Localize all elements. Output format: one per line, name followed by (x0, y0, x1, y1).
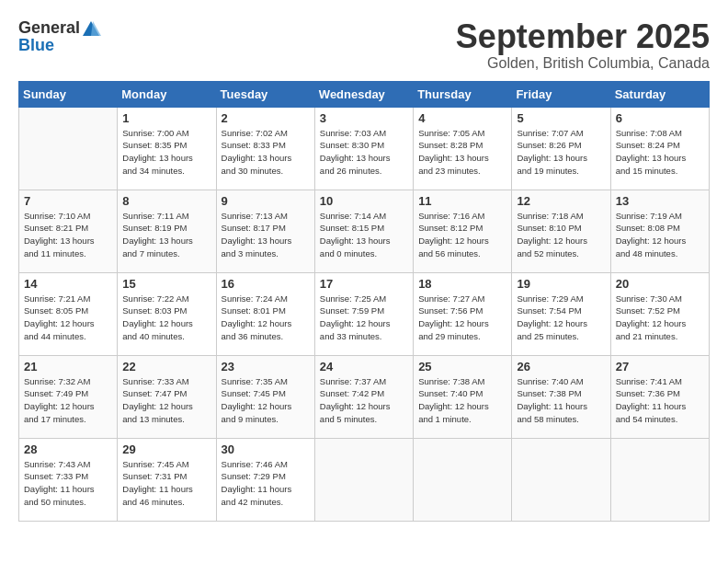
day-number: 17 (320, 277, 408, 291)
day-number: 3 (320, 111, 408, 125)
day-number: 2 (222, 111, 310, 125)
day-info: Sunrise: 7:38 AM Sunset: 7:40 PM Dayligh… (418, 375, 506, 426)
day-info: Sunrise: 7:21 AM Sunset: 8:05 PM Dayligh… (24, 293, 112, 343)
day-info: Sunrise: 7:37 AM Sunset: 7:42 PM Dayligh… (320, 375, 408, 426)
weekday-header-row: SundayMondayTuesdayWednesdayThursdayFrid… (19, 81, 710, 107)
day-number: 10 (320, 194, 408, 208)
calendar-cell: 23Sunrise: 7:35 AM Sunset: 7:45 PM Dayli… (216, 355, 314, 438)
day-info: Sunrise: 7:29 AM Sunset: 7:54 PM Dayligh… (517, 293, 605, 343)
month-title: September 2025 (456, 18, 710, 55)
day-number: 25 (418, 360, 506, 373)
calendar-cell: 13Sunrise: 7:19 AM Sunset: 8:08 PM Dayli… (610, 190, 709, 272)
calendar-cell: 27Sunrise: 7:41 AM Sunset: 7:36 PM Dayli… (610, 355, 709, 438)
day-number: 13 (616, 194, 704, 208)
day-info: Sunrise: 7:02 AM Sunset: 8:33 PM Dayligh… (222, 127, 310, 178)
calendar-cell: 14Sunrise: 7:21 AM Sunset: 8:05 PM Dayli… (19, 272, 118, 355)
logo: General Blue (18, 18, 102, 55)
calendar-cell: 12Sunrise: 7:18 AM Sunset: 8:10 PM Dayli… (512, 190, 610, 272)
title-area: September 2025 Golden, British Columbia,… (456, 18, 710, 72)
day-info: Sunrise: 7:40 AM Sunset: 7:38 PM Dayligh… (517, 375, 605, 426)
day-number: 19 (517, 277, 605, 291)
day-number: 7 (24, 194, 112, 208)
day-number: 15 (122, 277, 210, 291)
day-number: 28 (24, 442, 112, 456)
calendar-cell: 26Sunrise: 7:40 AM Sunset: 7:38 PM Dayli… (512, 355, 610, 438)
day-number: 18 (418, 277, 506, 291)
day-info: Sunrise: 7:46 AM Sunset: 7:29 PM Dayligh… (222, 458, 310, 509)
day-info: Sunrise: 7:05 AM Sunset: 8:28 PM Dayligh… (418, 127, 506, 178)
day-number: 24 (320, 360, 408, 373)
weekday-header-thursday: Thursday (414, 81, 512, 107)
day-info: Sunrise: 7:32 AM Sunset: 7:49 PM Dayligh… (24, 375, 112, 426)
day-info: Sunrise: 7:22 AM Sunset: 8:03 PM Dayligh… (122, 293, 210, 343)
day-number: 27 (616, 360, 704, 373)
calendar-cell: 5Sunrise: 7:07 AM Sunset: 8:26 PM Daylig… (512, 107, 610, 190)
calendar-cell: 29Sunrise: 7:45 AM Sunset: 7:31 PM Dayli… (118, 438, 216, 521)
calendar-cell: 21Sunrise: 7:32 AM Sunset: 7:49 PM Dayli… (19, 355, 118, 438)
calendar-cell (314, 438, 413, 521)
calendar-cell: 2Sunrise: 7:02 AM Sunset: 8:33 PM Daylig… (216, 107, 314, 190)
logo-general: General (18, 18, 80, 37)
calendar-cell: 6Sunrise: 7:08 AM Sunset: 8:24 PM Daylig… (610, 107, 709, 190)
calendar-cell: 8Sunrise: 7:11 AM Sunset: 8:19 PM Daylig… (118, 190, 216, 272)
location-title: Golden, British Columbia, Canada (456, 55, 710, 72)
calendar-cell: 22Sunrise: 7:33 AM Sunset: 7:47 PM Dayli… (118, 355, 216, 438)
calendar-cell: 4Sunrise: 7:05 AM Sunset: 8:28 PM Daylig… (414, 107, 512, 190)
day-number: 29 (122, 442, 210, 456)
day-info: Sunrise: 7:18 AM Sunset: 8:10 PM Dayligh… (517, 210, 605, 260)
day-number: 26 (517, 360, 605, 373)
day-info: Sunrise: 7:11 AM Sunset: 8:19 PM Dayligh… (122, 210, 210, 260)
day-info: Sunrise: 7:25 AM Sunset: 7:59 PM Dayligh… (320, 293, 408, 343)
day-info: Sunrise: 7:43 AM Sunset: 7:33 PM Dayligh… (24, 458, 112, 509)
day-info: Sunrise: 7:45 AM Sunset: 7:31 PM Dayligh… (122, 458, 210, 509)
weekday-header-monday: Monday (118, 81, 216, 107)
calendar-table: SundayMondayTuesdayWednesdayThursdayFrid… (18, 81, 710, 522)
day-info: Sunrise: 7:27 AM Sunset: 7:56 PM Dayligh… (418, 293, 506, 343)
day-number: 4 (418, 111, 506, 125)
weekday-header-friday: Friday (512, 81, 610, 107)
calendar-week-1: 1Sunrise: 7:00 AM Sunset: 8:35 PM Daylig… (19, 107, 710, 190)
day-number: 1 (122, 111, 210, 125)
day-number: 30 (222, 442, 310, 456)
calendar-week-5: 28Sunrise: 7:43 AM Sunset: 7:33 PM Dayli… (19, 438, 710, 521)
calendar-cell: 9Sunrise: 7:13 AM Sunset: 8:17 PM Daylig… (216, 190, 314, 272)
calendar-cell: 15Sunrise: 7:22 AM Sunset: 8:03 PM Dayli… (118, 272, 216, 355)
day-number: 16 (222, 277, 310, 291)
day-info: Sunrise: 7:13 AM Sunset: 8:17 PM Dayligh… (222, 210, 310, 260)
calendar-cell: 16Sunrise: 7:24 AM Sunset: 8:01 PM Dayli… (216, 272, 314, 355)
calendar-cell: 20Sunrise: 7:30 AM Sunset: 7:52 PM Dayli… (610, 272, 709, 355)
day-info: Sunrise: 7:14 AM Sunset: 8:15 PM Dayligh… (320, 210, 408, 260)
calendar-week-2: 7Sunrise: 7:10 AM Sunset: 8:21 PM Daylig… (19, 190, 710, 272)
day-info: Sunrise: 7:33 AM Sunset: 7:47 PM Dayligh… (122, 375, 210, 426)
day-number: 8 (122, 194, 210, 208)
weekday-header-wednesday: Wednesday (314, 81, 413, 107)
day-number: 14 (24, 277, 112, 291)
calendar-cell: 28Sunrise: 7:43 AM Sunset: 7:33 PM Dayli… (19, 438, 118, 521)
day-info: Sunrise: 7:07 AM Sunset: 8:26 PM Dayligh… (517, 127, 605, 178)
calendar-cell: 25Sunrise: 7:38 AM Sunset: 7:40 PM Dayli… (414, 355, 512, 438)
calendar-cell (512, 438, 610, 521)
logo-icon (81, 19, 101, 40)
day-info: Sunrise: 7:03 AM Sunset: 8:30 PM Dayligh… (320, 127, 408, 178)
calendar-cell: 10Sunrise: 7:14 AM Sunset: 8:15 PM Dayli… (314, 190, 413, 272)
weekday-header-tuesday: Tuesday (216, 81, 314, 107)
calendar-week-4: 21Sunrise: 7:32 AM Sunset: 7:49 PM Dayli… (19, 355, 710, 438)
calendar-cell: 18Sunrise: 7:27 AM Sunset: 7:56 PM Dayli… (414, 272, 512, 355)
day-number: 20 (616, 277, 704, 291)
calendar-cell: 1Sunrise: 7:00 AM Sunset: 8:35 PM Daylig… (118, 107, 216, 190)
calendar-cell: 17Sunrise: 7:25 AM Sunset: 7:59 PM Dayli… (314, 272, 413, 355)
calendar-cell (19, 107, 118, 190)
weekday-header-sunday: Sunday (19, 81, 118, 107)
weekday-header-saturday: Saturday (610, 81, 709, 107)
day-number: 22 (122, 360, 210, 373)
day-info: Sunrise: 7:35 AM Sunset: 7:45 PM Dayligh… (222, 375, 310, 426)
calendar-week-3: 14Sunrise: 7:21 AM Sunset: 8:05 PM Dayli… (19, 272, 710, 355)
day-info: Sunrise: 7:41 AM Sunset: 7:36 PM Dayligh… (616, 375, 704, 426)
calendar-cell: 3Sunrise: 7:03 AM Sunset: 8:30 PM Daylig… (314, 107, 413, 190)
calendar-cell: 19Sunrise: 7:29 AM Sunset: 7:54 PM Dayli… (512, 272, 610, 355)
page-header: General Blue September 2025 Golden, Brit… (18, 18, 710, 72)
day-info: Sunrise: 7:08 AM Sunset: 8:24 PM Dayligh… (616, 127, 704, 178)
calendar-cell: 30Sunrise: 7:46 AM Sunset: 7:29 PM Dayli… (216, 438, 314, 521)
calendar-cell (414, 438, 512, 521)
svg-marker-1 (91, 21, 101, 36)
